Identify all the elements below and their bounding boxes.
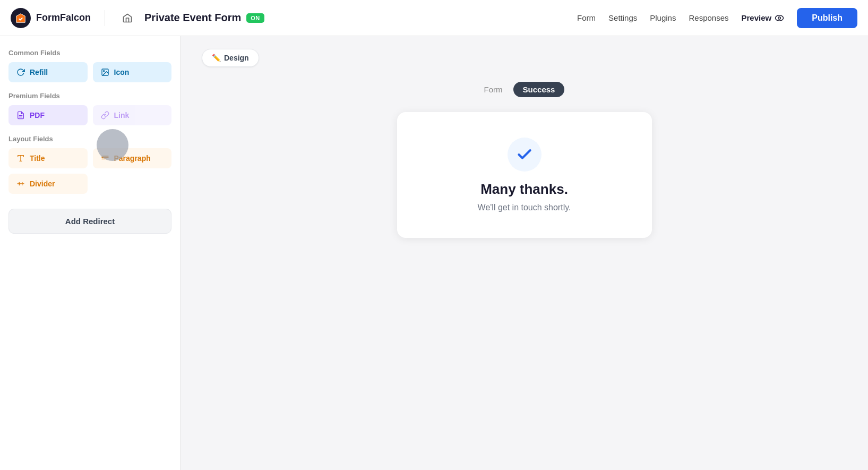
title-label: Title bbox=[30, 154, 45, 163]
icon-label: Icon bbox=[114, 68, 130, 76]
nav-divider bbox=[105, 10, 105, 26]
svg-point-1 bbox=[778, 16, 781, 19]
logo: FormFalcon bbox=[11, 8, 91, 28]
check-icon bbox=[516, 146, 533, 163]
nav-plugins[interactable]: Plugins bbox=[650, 13, 676, 22]
paragraph-icon bbox=[100, 153, 110, 163]
view-tab-row: Form Success bbox=[484, 82, 565, 97]
top-controls: ✏️ Design bbox=[202, 49, 847, 67]
refill-label: Refill bbox=[30, 68, 48, 76]
top-navigation: FormFalcon Private Event Form ON Form Se… bbox=[0, 0, 868, 36]
nav-links: Form Settings Plugins Responses Preview … bbox=[577, 8, 857, 28]
nav-responses[interactable]: Responses bbox=[689, 13, 728, 22]
add-redirect-button[interactable]: Add Redirect bbox=[8, 209, 171, 234]
divider-label: Divider bbox=[30, 180, 55, 188]
design-icon: ✏️ bbox=[212, 54, 221, 62]
success-card: Many thanks. We'll get in touch shortly. bbox=[397, 112, 652, 238]
premium-fields-label: Premium Fields bbox=[8, 92, 171, 100]
nav-form[interactable]: Form bbox=[577, 13, 596, 22]
link-label: Link bbox=[114, 111, 130, 119]
svg-point-0 bbox=[776, 15, 784, 21]
common-fields-grid: Refill Icon bbox=[8, 62, 171, 82]
svg-point-3 bbox=[103, 71, 104, 72]
main-layout: Common Fields Refill bbox=[0, 36, 868, 470]
preview-label: Preview bbox=[742, 13, 772, 22]
title-button[interactable]: Title bbox=[8, 148, 88, 168]
success-subtitle: We'll get in touch shortly. bbox=[478, 203, 571, 212]
refill-button[interactable]: Refill bbox=[8, 62, 88, 82]
sidebar: Common Fields Refill bbox=[0, 36, 181, 470]
preview-button[interactable]: Preview bbox=[742, 13, 785, 23]
refill-icon bbox=[16, 67, 25, 77]
publish-button[interactable]: Publish bbox=[797, 8, 857, 28]
tab-success[interactable]: Success bbox=[513, 82, 565, 97]
layout-fields-grid: Title Paragraph bbox=[8, 148, 171, 194]
content-area: ✏️ Design Form Success Many thanks. We'l… bbox=[181, 36, 868, 470]
eye-icon bbox=[775, 13, 784, 23]
logo-text: FormFalcon bbox=[36, 12, 91, 23]
on-badge: ON bbox=[246, 13, 264, 23]
icon-button[interactable]: Icon bbox=[93, 62, 172, 82]
design-tab[interactable]: ✏️ Design bbox=[202, 49, 259, 67]
check-circle bbox=[508, 138, 542, 172]
logo-icon bbox=[11, 8, 31, 28]
image-icon bbox=[100, 67, 110, 77]
tab-form[interactable]: Form bbox=[484, 85, 503, 94]
layout-fields-label: Layout Fields bbox=[8, 135, 171, 143]
form-title: Private Event Form bbox=[144, 12, 241, 24]
pdf-label: PDF bbox=[30, 111, 45, 119]
divider-icon bbox=[16, 179, 25, 189]
home-icon[interactable] bbox=[119, 10, 136, 27]
link-button[interactable]: Link bbox=[93, 105, 172, 125]
nav-settings[interactable]: Settings bbox=[608, 13, 637, 22]
paragraph-button[interactable]: Paragraph bbox=[93, 148, 172, 168]
common-fields-label: Common Fields bbox=[8, 49, 171, 57]
divider-button[interactable]: Divider bbox=[8, 174, 88, 194]
paragraph-label: Paragraph bbox=[114, 154, 151, 163]
pdf-icon bbox=[16, 110, 25, 120]
design-tab-label: Design bbox=[224, 54, 249, 62]
success-title: Many thanks. bbox=[480, 181, 568, 198]
link-icon bbox=[100, 110, 110, 120]
pdf-button[interactable]: PDF bbox=[8, 105, 88, 125]
premium-fields-grid: PDF Link bbox=[8, 105, 171, 125]
title-icon bbox=[16, 153, 25, 163]
form-title-area: Private Event Form ON bbox=[144, 12, 569, 24]
